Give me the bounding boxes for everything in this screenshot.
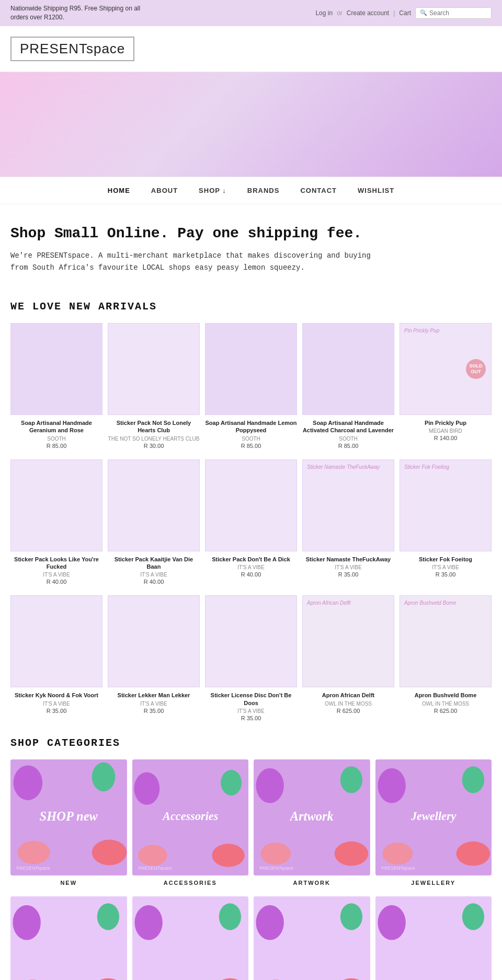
svg-text:PRESENTspace: PRESENTspace	[259, 866, 293, 871]
category-card-new[interactable]: SHOP new PRESENTspace NEW	[10, 759, 127, 886]
product-brand: IT'S A VIBE	[205, 564, 297, 570]
product-image[interactable]	[302, 323, 394, 415]
svg-point-17	[340, 766, 362, 793]
product-image[interactable]	[10, 459, 102, 551]
product-title: Apron African Delft	[302, 691, 394, 699]
product-card: Sticker License Disc Don't Be Doos IT'S …	[205, 595, 297, 721]
login-link[interactable]: Log in	[315, 9, 333, 17]
product-brand: SOOTH	[10, 436, 102, 442]
product-price: R 35.00	[10, 708, 102, 714]
cart-link[interactable]: Cart	[399, 9, 411, 17]
product-image[interactable]: Sticker Namaste TheFuckAway	[302, 459, 394, 551]
svg-text:PRESENTspace: PRESENTspace	[381, 866, 415, 871]
product-image[interactable]	[205, 459, 297, 551]
svg-point-9	[134, 772, 159, 804]
hero-subtext: We're PRESENTspace. A multi-merchant mar…	[10, 250, 376, 275]
nav-home[interactable]: HOME	[108, 187, 130, 194]
product-image[interactable]	[10, 323, 102, 415]
svg-point-36	[219, 904, 241, 930]
product-name-overlay: Sticker Fok Foeitog	[404, 464, 487, 470]
svg-point-26	[382, 843, 413, 864]
categories-grid-bottom	[0, 891, 502, 980]
category-card-artwork[interactable]: Artwork PRESENTspace ARTWORK	[254, 759, 370, 886]
product-image[interactable]: Apron Bushveld Bome	[400, 595, 492, 687]
product-brand: IT'S A VIBE	[10, 572, 102, 578]
nav-wishlist[interactable]: WISHLIST	[358, 187, 394, 194]
svg-point-1	[14, 765, 43, 800]
category-svg-accessories: Accessories PRESENTspace	[132, 759, 249, 876]
category-card-bottom-2[interactable]	[132, 896, 249, 980]
product-brand: IT'S A VIBE	[400, 564, 492, 570]
product-card: Sticker Fok Foeitog Sticker Fok Foeitog …	[400, 459, 492, 585]
product-title: Sticker Fok Foeitog	[400, 556, 492, 563]
product-image[interactable]	[108, 595, 200, 687]
svg-point-31	[97, 904, 119, 930]
product-price: R 85.00	[10, 443, 102, 449]
hero-heading: Shop Small Online. Pay one shipping fee.	[10, 225, 492, 241]
category-svg-bottom1	[10, 896, 127, 980]
create-account-link[interactable]: Create account	[347, 9, 389, 17]
product-brand: OWL IN THE MOSS	[400, 701, 492, 707]
product-name-overlay: Sticker Namaste TheFuckAway	[307, 464, 390, 470]
svg-point-4	[17, 841, 50, 864]
product-title: Sticker Pack Not So Lonely Hearts Club	[108, 419, 200, 434]
product-price: R 40.00	[205, 571, 297, 578]
product-image[interactable]	[108, 323, 200, 415]
new-arrivals-heading: WE LOVE NEW ARRIVALS	[0, 290, 502, 318]
svg-point-16	[256, 768, 283, 803]
product-price: R 625.00	[400, 708, 492, 714]
products-grid-row2: Sticker Pack Looks Like You're Fucked IT…	[0, 454, 502, 591]
nav-about[interactable]: ABOUT	[151, 187, 178, 194]
product-image[interactable]	[10, 595, 102, 687]
pipe-separator: |	[393, 9, 395, 17]
main-nav: HOME ABOUT SHOP ↓ BRANDS CONTACT WISHLIS…	[0, 177, 502, 204]
category-card-bottom-3[interactable]	[254, 896, 370, 980]
svg-point-30	[13, 905, 40, 940]
search-icon: 🔍	[420, 9, 427, 16]
categories-grid: SHOP new PRESENTspace NEW Accessories PR…	[0, 754, 502, 892]
category-image-accessories: Accessories PRESENTspace	[132, 759, 249, 876]
category-svg-bottom3	[254, 896, 370, 980]
svg-point-25	[456, 841, 490, 866]
product-image[interactable]	[205, 595, 297, 687]
product-brand: SOOTH	[205, 436, 297, 442]
product-card: Sticker Pack Don't Be A Dick IT'S A VIBE…	[205, 459, 297, 585]
product-card: Sticker Lekker Man Lekker IT'S A VIBE R …	[108, 595, 200, 721]
category-image-bottom-3	[254, 896, 370, 980]
category-card-accessories[interactable]: Accessories PRESENTspace ACCESSORIES	[132, 759, 249, 886]
product-title: Sticker Pack Kaaitjie Van Die Baan	[108, 556, 200, 571]
top-bar-actions: Log in or Create account | Cart 🔍	[315, 7, 492, 19]
product-brand: SOOTH	[302, 436, 394, 442]
product-brand: OWL IN THE MOSS	[302, 701, 394, 707]
search-input[interactable]	[429, 9, 487, 17]
shop-categories-heading: SHOP CATEGORIES	[0, 727, 502, 754]
hero-banner	[0, 72, 502, 177]
category-svg-artwork: Artwork PRESENTspace	[254, 759, 370, 876]
product-brand: IT'S A VIBE	[108, 701, 200, 707]
product-image[interactable]: Apron African Delft	[302, 595, 394, 687]
hero-text-section: Shop Small Online. Pay one shipping fee.…	[0, 204, 502, 291]
product-image[interactable]	[108, 459, 200, 551]
product-price: R 140.00	[400, 435, 492, 441]
svg-point-44	[378, 905, 405, 940]
product-title: Soap Artisanal Handmade Activated Charco…	[302, 419, 394, 434]
svg-text:Artwork: Artwork	[289, 809, 334, 823]
product-price: R 35.00	[400, 571, 492, 578]
product-image[interactable]: Sticker Fok Foeitog	[400, 459, 492, 551]
product-brand: MEGAN BIRD	[400, 428, 492, 434]
category-card-bottom-1[interactable]	[10, 896, 127, 980]
category-svg-bottom2	[132, 896, 249, 980]
svg-text:SHOP new: SHOP new	[40, 809, 98, 823]
top-bar: Nationwide Shipping R95. Free Shipping o…	[0, 0, 502, 26]
nav-contact[interactable]: CONTACT	[300, 187, 337, 194]
nav-shop[interactable]: SHOP ↓	[199, 187, 226, 194]
nav-brands[interactable]: BRANDS	[247, 187, 280, 194]
svg-point-19	[260, 843, 291, 864]
product-image[interactable]	[205, 323, 297, 415]
category-card-bottom-4[interactable]	[375, 896, 492, 980]
product-name-overlay: Pin Prickly Pup	[404, 328, 487, 333]
product-title: Apron Bushveld Bome	[400, 691, 492, 699]
category-card-jewellery[interactable]: Jewellery PRESENTspace JEWELLERY	[375, 759, 492, 886]
product-image[interactable]: Pin Prickly Pup SOLD OUT	[400, 323, 492, 415]
product-card: Apron African Delft Apron African Delft …	[302, 595, 394, 721]
